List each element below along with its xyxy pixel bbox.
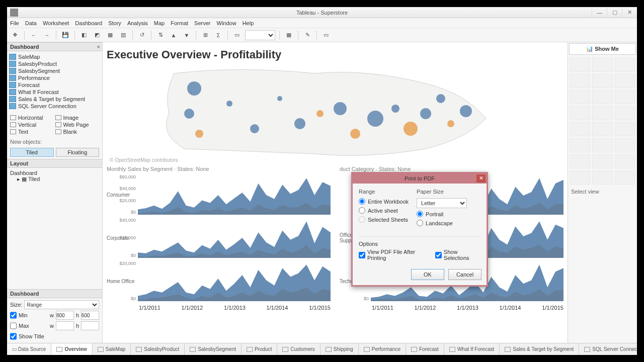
- cancel-button[interactable]: Cancel: [448, 269, 481, 280]
- showme-thumb[interactable]: [615, 58, 635, 72]
- sheet-item[interactable]: Sales & Target by Segment: [8, 96, 101, 103]
- showme-thumb[interactable]: [570, 122, 590, 136]
- showme-thumb[interactable]: [570, 90, 590, 104]
- area-chart[interactable]: Corporate$40,000$20,000$0: [107, 217, 331, 258]
- dialog-close-button[interactable]: ✕: [476, 174, 486, 183]
- sort-desc-icon[interactable]: ▼: [182, 30, 192, 40]
- showme-thumb[interactable]: [592, 58, 612, 72]
- range-active-radio[interactable]: [359, 207, 365, 214]
- showme-thumb[interactable]: [615, 106, 635, 120]
- showme-thumb[interactable]: [615, 122, 635, 136]
- view-after-checkbox[interactable]: [359, 252, 365, 258]
- area-chart[interactable]: Consumer$60,000$40,000$20,000$0: [107, 174, 331, 215]
- fit-icon[interactable]: ▭: [232, 30, 242, 40]
- menu-file[interactable]: File: [10, 20, 19, 26]
- object-image[interactable]: Image: [55, 115, 100, 121]
- min-w-input[interactable]: [56, 311, 74, 320]
- new-data-icon[interactable]: ◧: [79, 30, 89, 40]
- showme-thumb[interactable]: [570, 170, 590, 185]
- tab-forecast[interactable]: Forecast: [406, 343, 444, 355]
- sort-asc-icon[interactable]: ▲: [169, 30, 179, 40]
- menu-help[interactable]: Help: [243, 20, 254, 26]
- object-text[interactable]: Text: [10, 129, 54, 135]
- tiled-button[interactable]: Tiled: [10, 148, 54, 157]
- landscape-radio[interactable]: [417, 220, 423, 226]
- showme-thumb[interactable]: [592, 122, 612, 136]
- sheet-item[interactable]: Performance: [8, 74, 101, 81]
- show-cards-icon[interactable]: ▦: [284, 30, 294, 40]
- sheet-item[interactable]: Forecast: [8, 81, 101, 88]
- tab-sql-server-connection[interactable]: SQL Server Connection: [579, 343, 637, 355]
- object-blank[interactable]: Blank: [55, 129, 100, 135]
- menu-worksheet[interactable]: Worksheet: [43, 20, 69, 26]
- showme-thumb[interactable]: [615, 138, 635, 152]
- menu-dashboard[interactable]: Dashboard: [75, 20, 102, 26]
- sheet-item[interactable]: SalesbySegment: [8, 67, 101, 74]
- sale-map[interactable]: © OpenStreetMap contributors: [108, 63, 562, 164]
- new-sheet-icon[interactable]: ▦: [105, 30, 115, 40]
- min-h-input[interactable]: [81, 311, 99, 320]
- menu-map[interactable]: Map: [154, 20, 165, 26]
- area-chart[interactable]: Home Office$20,000$0: [107, 260, 331, 302]
- sheet-item[interactable]: SalesbyProduct: [8, 60, 101, 67]
- size-mode-select[interactable]: Range: [24, 300, 99, 309]
- showme-thumb[interactable]: [570, 154, 590, 168]
- tab-salemap[interactable]: SaleMap: [93, 343, 131, 355]
- tab-what-if-forecast[interactable]: What If Forecast: [444, 343, 500, 355]
- showme-thumb[interactable]: [592, 90, 612, 104]
- showme-thumb[interactable]: [615, 154, 635, 168]
- swap-icon[interactable]: ⇅: [155, 30, 166, 40]
- showme-thumb[interactable]: [592, 106, 612, 120]
- tab-performance[interactable]: Performance: [359, 343, 406, 355]
- object-web-page[interactable]: Web Page: [55, 122, 100, 128]
- portrait-radio[interactable]: [417, 211, 423, 217]
- fit-select[interactable]: [245, 30, 275, 40]
- tab-overview[interactable]: Overview: [51, 343, 92, 355]
- showme-thumb[interactable]: [615, 74, 635, 88]
- showme-thumb[interactable]: [570, 58, 590, 72]
- max-w-input[interactable]: [56, 321, 74, 330]
- back-icon[interactable]: ←: [29, 30, 39, 40]
- showme-thumb[interactable]: [615, 90, 635, 104]
- tab-shipping[interactable]: Shipping: [320, 343, 359, 355]
- menu-data[interactable]: Data: [25, 20, 37, 26]
- menu-window[interactable]: Window: [217, 20, 236, 26]
- show-selections-checkbox[interactable]: [435, 252, 442, 258]
- sheet-item[interactable]: SaleMap: [8, 53, 101, 60]
- tableau-logo-icon[interactable]: ❖: [10, 30, 20, 40]
- showme-header[interactable]: 📊 Show Me: [569, 43, 636, 55]
- tab-salesbyproduct[interactable]: SalesbyProduct: [131, 343, 185, 355]
- tab-product[interactable]: Product: [242, 343, 277, 355]
- range-entire-radio[interactable]: [359, 198, 365, 205]
- group-icon[interactable]: ⊞: [200, 30, 210, 40]
- menu-analysis[interactable]: Analysis: [127, 20, 148, 26]
- presentation-icon[interactable]: ▭: [321, 30, 331, 40]
- auto-update-icon[interactable]: ◩: [92, 30, 102, 40]
- object-vertical[interactable]: Vertical: [10, 122, 54, 128]
- showme-thumb[interactable]: [570, 106, 590, 120]
- show-title-checkbox[interactable]: [10, 332, 17, 341]
- showme-thumb[interactable]: [570, 74, 590, 88]
- max-h-input[interactable]: [81, 321, 99, 330]
- tab-sales-&-target-by-segment[interactable]: Sales & Target by Segment: [500, 343, 579, 355]
- max-checkbox[interactable]: [10, 321, 17, 330]
- sheet-item[interactable]: What If Forecast: [8, 88, 101, 96]
- tab-salesbysegment[interactable]: SalesbySegment: [185, 343, 242, 355]
- tab-data-source[interactable]: ▭ Data Source: [7, 343, 51, 355]
- menu-story[interactable]: Story: [108, 20, 121, 26]
- showme-thumb[interactable]: [592, 138, 612, 152]
- showme-thumb[interactable]: [592, 74, 612, 88]
- ok-button[interactable]: OK: [411, 269, 444, 280]
- sheet-item[interactable]: SQL Server Connection: [8, 103, 101, 110]
- paper-size-select[interactable]: Letter: [417, 198, 467, 208]
- panel-close-icon[interactable]: ×: [97, 44, 100, 50]
- showme-thumb[interactable]: [592, 154, 612, 168]
- showme-thumb[interactable]: [615, 170, 635, 185]
- totals-icon[interactable]: Σ: [213, 30, 223, 40]
- save-icon[interactable]: 💾: [60, 30, 70, 40]
- floating-button[interactable]: Floating: [56, 148, 100, 157]
- menu-server[interactable]: Server: [194, 20, 210, 26]
- min-checkbox[interactable]: [10, 311, 17, 320]
- menu-format[interactable]: Format: [171, 20, 188, 26]
- showme-thumb[interactable]: [570, 138, 590, 152]
